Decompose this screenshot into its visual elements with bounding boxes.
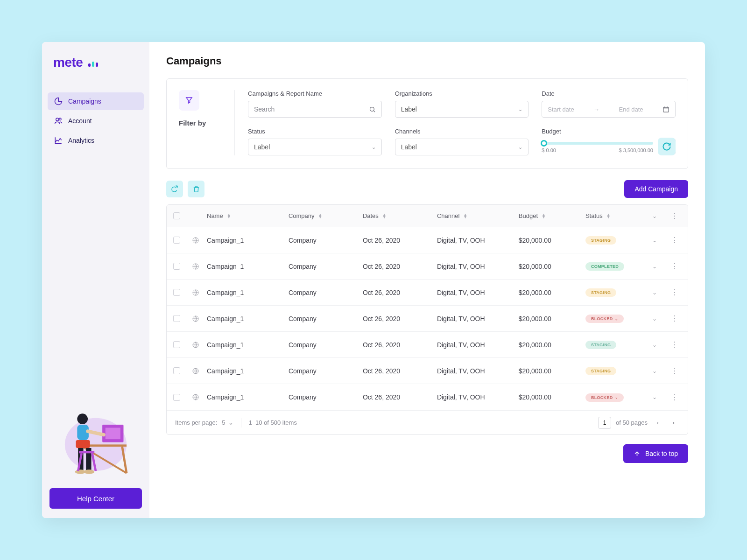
col-channel[interactable]: Channel▲▼ [437,212,519,219]
budget-slider[interactable]: $ 0.00 $ 3,500,000.00 [542,140,653,153]
refresh-button[interactable] [658,138,676,155]
row-checkbox[interactable] [173,341,180,348]
col-status[interactable]: Status▲▼ [585,212,652,219]
globe-icon [192,263,199,270]
row-menu[interactable]: ⋮ [668,262,681,271]
cell-company: Company [289,289,363,296]
svg-rect-4 [106,428,120,440]
globe-icon [192,341,199,349]
svg-line-21 [374,111,375,112]
search-input-wrap[interactable] [248,101,382,118]
chevron-down-icon: ⌄ [518,144,522,150]
table-row[interactable]: Campaign_1CompanyOct 26, 2020Digital, TV… [167,280,688,306]
sidebar-illustration [48,395,144,488]
filter-budget-label: Budget [542,128,676,135]
cell-name: Campaign_1 [207,367,289,375]
sidebar-item-analytics[interactable]: Analytics [48,132,144,149]
filter-status-label: Status [248,128,382,135]
table-row[interactable]: Campaign_1CompanyOct 26, 2020Digital, TV… [167,332,688,358]
help-center-button[interactable]: Help Center [49,488,142,509]
share-button[interactable] [166,181,183,197]
cell-company: Company [289,393,363,401]
cell-name: Campaign_1 [207,341,289,349]
row-checkbox[interactable] [173,315,180,322]
row-menu[interactable]: ⋮ [668,393,681,402]
row-expand[interactable]: ⌄ [652,237,668,244]
sidebar-item-account[interactable]: Account [48,112,144,130]
row-checkbox[interactable] [173,237,180,244]
campaigns-table: Name▲▼ Company▲▼ Dates▲▼ Channel▲▼ Budge… [166,204,688,435]
org-value: Label [401,105,417,113]
col-company[interactable]: Company▲▼ [289,212,363,219]
cell-budget: $20,000.00 [519,367,585,375]
row-expand[interactable]: ⌄ [652,289,668,296]
row-expand[interactable]: ⌄ [652,394,668,400]
col-budget[interactable]: Budget▲▼ [519,212,585,219]
row-menu[interactable]: ⋮ [668,340,681,349]
cell-company: Company [289,315,363,322]
svg-rect-11 [76,440,90,448]
status-select[interactable]: Label ⌄ [248,139,382,155]
row-checkbox[interactable] [173,263,180,270]
row-menu[interactable]: ⋮ [668,288,681,297]
search-input[interactable] [254,105,369,113]
delete-button[interactable] [188,181,204,197]
arrow-up-icon [634,450,641,457]
nav-label: Account [68,117,92,125]
row-menu[interactable]: ⋮ [668,366,681,375]
filter-search-label: Campaigns & Report Name [248,90,382,97]
row-menu[interactable]: ⋮ [668,236,681,245]
table-row[interactable]: Campaign_1CompanyOct 26, 2020Digital, TV… [167,253,688,280]
col-dates[interactable]: Dates▲▼ [363,212,437,219]
filter-header: Filter by [179,90,235,155]
row-expand[interactable]: ⌄ [652,368,668,374]
sort-icon: ▲▼ [318,214,323,218]
org-select[interactable]: Label ⌄ [395,101,529,118]
chevron-down-icon: ⌄ [518,106,522,112]
header-menu[interactable]: ⋮ [668,211,681,220]
slider-thumb[interactable] [541,140,547,147]
row-checkbox[interactable] [173,367,180,374]
cell-channel: Digital, TV, OOH [437,263,519,270]
nav-icon [54,136,63,145]
back-to-top-button[interactable]: Back to top [623,444,688,463]
date-range-input[interactable]: Start date → End date [542,101,676,118]
row-expand[interactable]: ⌄ [652,342,668,348]
chevron-down-icon: ⌄ [228,419,233,426]
filter-budget-field: Budget $ 0.00 $ 3,500,000.00 0 ▲▼ [542,128,676,155]
row-menu[interactable]: ⋮ [668,314,681,323]
globe-icon [192,367,199,375]
table-row[interactable]: Campaign_1CompanyOct 26, 2020Digital, TV… [167,227,688,253]
filter-title: Filter by [179,119,225,127]
globe-icon [192,393,199,401]
page-input[interactable] [598,417,611,429]
table-row[interactable]: Campaign_1CompanyOct 26, 2020Digital, TV… [167,358,688,384]
next-page-button[interactable]: › [668,417,679,428]
prev-page-button[interactable]: ‹ [652,417,663,428]
cell-company: Company [289,263,363,270]
select-all-checkbox[interactable] [173,212,180,219]
cell-dates: Oct 26, 2020 [363,341,437,349]
status-badge: STAGING [585,288,616,297]
filter-fields: Campaigns & Report Name Organizations La… [235,90,676,155]
table-row[interactable]: Campaign_1CompanyOct 26, 2020Digital, TV… [167,306,688,332]
filter-org-field: Organizations Label ⌄ [395,90,529,118]
pagination: Items per page: 5⌄ 1–10 of 500 items of … [167,410,688,434]
sidebar-item-campaigns[interactable]: Campaigns [48,92,144,110]
row-checkbox[interactable] [173,394,180,401]
row-checkbox[interactable] [173,289,180,296]
row-expand[interactable]: ⌄ [652,263,668,270]
col-name[interactable]: Name▲▼ [207,212,289,219]
items-per-page-select[interactable]: 5⌄ [222,419,233,426]
add-campaign-button[interactable]: Add Campaign [624,180,688,198]
globe-icon [192,237,199,244]
globe-icon [192,289,199,296]
row-expand[interactable]: ⌄ [652,315,668,322]
nav-list: CampaignsAccountAnalytics [48,92,144,151]
header-expand[interactable]: ⌄ [652,213,668,219]
nav-label: Campaigns [68,98,101,105]
filter-search-field: Campaigns & Report Name [248,90,382,118]
table-row[interactable]: Campaign_1CompanyOct 26, 2020Digital, TV… [167,384,688,410]
channels-select[interactable]: Label ⌄ [395,139,529,155]
sidebar: mete CampaignsAccountAnalytics [42,42,149,518]
